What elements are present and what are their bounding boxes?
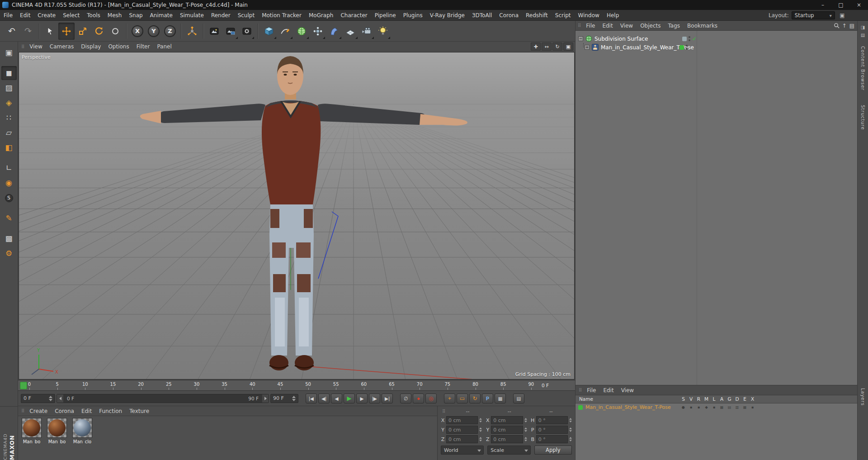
next-frame-button[interactable]: ▶ [356, 394, 368, 403]
render-settings-button[interactable] [239, 23, 255, 40]
menubar-item[interactable]: Simulate [176, 10, 208, 21]
keyframe-presets-button[interactable]: ▤ [513, 394, 524, 403]
x-axis-lock-button[interactable]: X [129, 23, 146, 40]
layer-menu-item[interactable]: View [618, 387, 637, 394]
points-mode-button[interactable]: ∷ [1, 111, 17, 125]
viewport-menu-item[interactable]: Filter [133, 43, 154, 50]
layer-toggle-icon[interactable]: ▪ [749, 405, 756, 409]
search-icon[interactable] [834, 23, 840, 28]
enabled-check-icon[interactable]: ✓ [692, 36, 697, 42]
z-axis-lock-button[interactable]: Z [162, 23, 178, 40]
y-axis-lock-button[interactable]: Y [146, 23, 162, 40]
record-parameter-toggle[interactable]: P [482, 394, 493, 403]
end-frame-field[interactable]: 90 F [270, 394, 298, 403]
texture-tag-icon[interactable] [679, 45, 684, 50]
move-tool[interactable] [58, 23, 75, 40]
rotation-input[interactable]: 0 ° [536, 416, 568, 424]
array-generator-menu[interactable] [310, 23, 326, 40]
size-mode-dropdown[interactable]: Scale [487, 446, 530, 455]
layer-menu-item[interactable]: File [583, 387, 599, 394]
object-row-man-t-pose[interactable]: + Man_in_Casual_Style_Wear_T-Pose [585, 43, 697, 52]
side-tab[interactable]: Content Browser [860, 46, 865, 90]
menubar-item[interactable]: Tools [83, 10, 104, 21]
play-button[interactable]: ▶ [344, 394, 355, 403]
layer-toggle-icon[interactable]: ▦ [741, 405, 749, 409]
toggle-view-icon[interactable]: ▣ [563, 43, 573, 51]
workplane-lock-button[interactable]: ▩ [1, 232, 17, 246]
layer-toggle-icon[interactable]: ▥ [733, 405, 741, 409]
last-used-tool[interactable] [107, 23, 123, 40]
material-menu-item[interactable]: Create [26, 408, 51, 414]
material-menu-item[interactable]: Corona [51, 408, 78, 414]
rotation-header[interactable]: -- [530, 408, 572, 414]
material-menu-item[interactable]: Function [95, 408, 126, 414]
object-tree[interactable]: − Subdivision Surface ✓ + [576, 31, 857, 385]
layer-toggle-icon[interactable]: ▦ [718, 405, 726, 409]
collapse-icon[interactable]: − [578, 36, 583, 41]
grip-icon[interactable]: ⠿ [20, 408, 26, 413]
edges-mode-button[interactable]: ▱ [1, 126, 17, 140]
object-manager-menu-item[interactable]: View [617, 23, 637, 29]
menubar-item[interactable]: Select [59, 10, 83, 21]
spinner-icon[interactable] [479, 437, 482, 441]
rotate-view-icon[interactable]: ↻ [552, 43, 562, 51]
material-menu-item[interactable]: Edit [78, 408, 95, 414]
autokey-button[interactable]: ◎ [425, 394, 437, 403]
menubar-item[interactable]: Create [34, 10, 59, 21]
menubar-item[interactable]: Character [337, 10, 371, 21]
environment-floor-menu[interactable] [342, 23, 359, 40]
spinner-icon[interactable] [569, 427, 572, 432]
size-header[interactable]: -- [489, 408, 530, 414]
menubar-item[interactable]: Edit [16, 10, 34, 21]
light-menu[interactable] [375, 23, 391, 40]
grip-icon[interactable]: ⠿ [577, 388, 583, 393]
expand-icon[interactable]: + [585, 45, 590, 50]
minimize-button[interactable]: – [814, 0, 832, 10]
size-input[interactable]: 0 cm [491, 426, 523, 434]
grip-icon[interactable]: ⠿ [441, 409, 447, 414]
paint-tool-button[interactable]: ✎ [1, 211, 17, 225]
menubar-item[interactable]: Render [208, 10, 234, 21]
menubar-item[interactable]: Help [603, 10, 623, 21]
viewport-canvas[interactable]: Y X Perspective Grid Spacing : 100 cm [19, 52, 575, 379]
menubar-item[interactable]: Mesh [104, 10, 126, 21]
scale-tool[interactable] [75, 23, 91, 40]
rotation-input[interactable]: 0 ° [536, 426, 568, 434]
frame-field[interactable]: 0 F [21, 394, 55, 403]
menubar-item[interactable]: 3DToAll [468, 10, 495, 21]
maximize-button[interactable]: □ [832, 0, 850, 10]
previous-key-button[interactable]: ◀| [318, 394, 330, 403]
layer-toggle-icon[interactable]: ● [679, 405, 687, 409]
record-scale-toggle[interactable]: ▭ [457, 394, 468, 403]
live-selection-tool[interactable] [42, 23, 58, 40]
material-item[interactable]: Man_bo [20, 418, 43, 444]
viewport-menu-item[interactable]: Options [104, 43, 132, 50]
gear-button[interactable]: ⚙ [1, 247, 17, 261]
rotate-tool[interactable] [91, 23, 107, 40]
menubar-item[interactable]: Sculpt [234, 10, 258, 21]
camera-menu[interactable] [359, 23, 375, 40]
side-tab-layers[interactable]: Layers [860, 388, 865, 406]
go-to-start-button[interactable]: |◀ [306, 394, 317, 403]
panel-grid-icon[interactable]: ▤ [861, 33, 865, 38]
apply-button[interactable]: Apply [534, 446, 572, 455]
material-item[interactable]: Man_clo [71, 418, 94, 444]
layer-toggle-icon[interactable]: ▪ [687, 405, 695, 409]
layer-menu-item[interactable]: Edit [599, 387, 617, 394]
previous-frame-button[interactable]: ◀ [331, 394, 342, 403]
display-tag-icon[interactable] [682, 37, 687, 41]
close-button[interactable]: × [850, 0, 868, 10]
material-menu-item[interactable]: Texture [126, 408, 153, 414]
snap-toggle-button[interactable]: S [1, 191, 17, 205]
size-input[interactable]: 0 cm [491, 416, 523, 424]
layer-row[interactable]: Man_in_Casual_Style_Wear_T-Pose ●▪▪◆▪▦▤▥… [576, 403, 857, 411]
spinner-icon[interactable] [292, 396, 296, 401]
polygons-mode-button[interactable]: ◧ [1, 141, 17, 155]
layer-color-swatch[interactable] [578, 405, 583, 410]
object-manager-menu-item[interactable]: Edit [599, 23, 616, 29]
coordinate-space-dropdown[interactable]: World [441, 446, 484, 455]
record-button[interactable]: ● [413, 394, 424, 403]
spline-pen-menu[interactable] [277, 23, 293, 40]
zoom-view-icon[interactable]: ↔ [542, 43, 552, 51]
object-manager-menu-item[interactable]: Tags [665, 23, 684, 29]
